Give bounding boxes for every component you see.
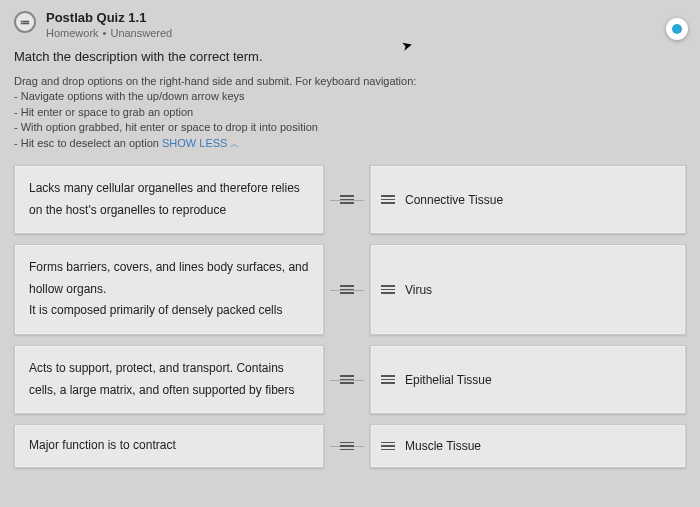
connector bbox=[324, 424, 370, 468]
term-label: Epithelial Tissue bbox=[405, 373, 492, 387]
drag-handle-icon[interactable] bbox=[381, 285, 395, 294]
chevron-up-icon: ︿ bbox=[230, 138, 239, 148]
drag-handle-icon[interactable] bbox=[340, 280, 354, 300]
quiz-header: ≔ Postlab Quiz 1.1 HomeworkUnanswered bbox=[14, 10, 686, 39]
drag-handle-icon[interactable] bbox=[340, 370, 354, 390]
matching-area: Lacks many cellular organelles and there… bbox=[14, 165, 686, 468]
term-option[interactable]: Muscle Tissue bbox=[370, 424, 686, 468]
drag-handle-icon[interactable] bbox=[381, 442, 395, 451]
question-prompt: Match the description with the correct t… bbox=[14, 49, 686, 64]
term-label: Connective Tissue bbox=[405, 193, 503, 207]
description-box: Lacks many cellular organelles and there… bbox=[14, 165, 324, 234]
quiz-type-icon: ≔ bbox=[14, 11, 36, 33]
match-row: Lacks many cellular organelles and there… bbox=[14, 165, 686, 234]
match-row: Major function is to contract Muscle Tis… bbox=[14, 424, 686, 468]
drag-handle-icon[interactable] bbox=[340, 190, 354, 210]
description-box: Major function is to contract bbox=[14, 424, 324, 468]
drag-handle-icon[interactable] bbox=[381, 375, 395, 384]
connector bbox=[324, 345, 370, 414]
help-button[interactable] bbox=[666, 18, 688, 40]
term-label: Virus bbox=[405, 283, 432, 297]
term-option[interactable]: Connective Tissue bbox=[370, 165, 686, 234]
description-box: Forms barriers, covers, and lines body s… bbox=[14, 244, 324, 335]
match-row: Forms barriers, covers, and lines body s… bbox=[14, 244, 686, 335]
show-less-toggle[interactable]: SHOW LESS ︿ bbox=[162, 137, 239, 149]
quiz-subtitle: HomeworkUnanswered bbox=[46, 27, 172, 39]
drag-handle-icon[interactable] bbox=[381, 195, 395, 204]
connector bbox=[324, 165, 370, 234]
match-row: Acts to support, protect, and transport.… bbox=[14, 345, 686, 414]
quiz-title: Postlab Quiz 1.1 bbox=[46, 10, 172, 25]
term-option[interactable]: Virus bbox=[370, 244, 686, 335]
term-option[interactable]: Epithelial Tissue bbox=[370, 345, 686, 414]
drag-handle-icon[interactable] bbox=[340, 436, 354, 456]
term-label: Muscle Tissue bbox=[405, 439, 481, 453]
description-box: Acts to support, protect, and transport.… bbox=[14, 345, 324, 414]
instructions-block: Drag and drop options on the right-hand … bbox=[14, 74, 686, 151]
help-icon bbox=[672, 24, 682, 34]
connector bbox=[324, 244, 370, 335]
